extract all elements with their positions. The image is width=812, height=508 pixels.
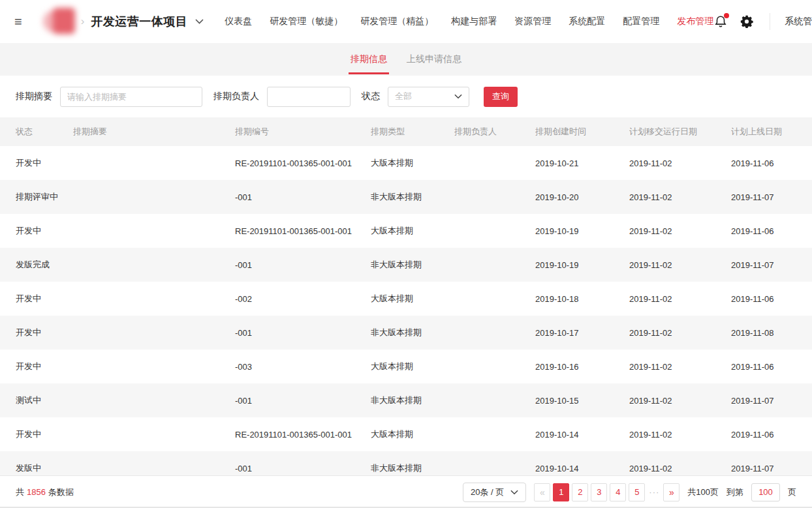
page-button-4[interactable]: 4	[610, 483, 626, 501]
cell-type: 非大版本排期	[371, 191, 454, 203]
breadcrumb-arrow-icon: ›	[81, 15, 85, 28]
table-row[interactable]: 排期评审中 -001 非大版本排期 2019-10-20 2019-11-02 …	[0, 180, 812, 214]
pagination-bar: 共1856条数据 20条 / 页 « 12345 ··· » 共100页 到第 …	[0, 475, 812, 508]
app-logo	[43, 7, 77, 37]
logo-shape	[53, 8, 75, 34]
cell-type: 大版本排期	[371, 428, 454, 440]
table-row[interactable]: 开发中 RE-20191101-001365-001-001 大版本排期 201…	[0, 146, 812, 180]
prev-page-button[interactable]: «	[534, 483, 550, 501]
cell-code: -002	[235, 294, 371, 304]
nav-item-rd-agile[interactable]: 研发管理（敏捷）	[270, 16, 343, 27]
cell-code: -001	[235, 192, 371, 202]
page-button-5[interactable]: 5	[629, 483, 645, 501]
col-header-type: 排期类型	[371, 126, 454, 138]
table-row[interactable]: 开发中 -003 大版本排期 2019-10-16 2019-11-02 201…	[0, 350, 812, 383]
cell-code: RE-20191101-001365-001-001	[235, 158, 371, 168]
table-row[interactable]: 发版中 -001 非大版本排期 2019-10-14 2019-11-02 20…	[0, 451, 812, 475]
nav-item-config-mgmt[interactable]: 配置管理	[623, 16, 659, 27]
cell-status: 开发中	[16, 361, 73, 372]
status-filter-select[interactable]: 全部	[388, 87, 469, 107]
nav-item-release-mgmt[interactable]: 发布管理	[677, 16, 713, 27]
table-row[interactable]: 开发中 RE-20191101-001365-001-001 大版本排期 201…	[0, 417, 812, 451]
main-nav: 仪表盘 研发管理（敏捷） 研发管理（精益） 构建与部署 资源管理 系统配置 配置…	[225, 16, 713, 27]
page-size-select[interactable]: 20条 / 页	[463, 483, 526, 502]
cell-created-date: 2019-10-17	[535, 328, 629, 338]
cell-status: 开发中	[16, 225, 73, 237]
settings-gear-icon[interactable]	[740, 14, 754, 29]
filter-bar: 排期摘要 排期负责人 状态 全部 查询	[0, 76, 812, 117]
page-button-3[interactable]: 3	[591, 483, 607, 501]
user-name: 系统管理员	[785, 16, 812, 27]
cell-online-date: 2019-11-06	[731, 294, 812, 304]
cell-online-date: 2019-11-07	[731, 260, 812, 270]
cell-handover-date: 2019-11-02	[629, 328, 731, 338]
cell-status: 排期评审中	[16, 191, 73, 203]
cell-code: -001	[235, 396, 371, 406]
goto-page-input[interactable]	[751, 483, 780, 501]
cell-handover-date: 2019-11-02	[629, 192, 731, 202]
table-row[interactable]: 发版完成 -001 非大版本排期 2019-10-19 2019-11-02 2…	[0, 248, 812, 282]
page-button-1[interactable]: 1	[553, 483, 569, 501]
cell-online-date: 2019-11-06	[731, 362, 812, 372]
next-page-button[interactable]: »	[663, 483, 679, 501]
cell-handover-date: 2019-11-02	[629, 226, 731, 236]
page-list: « 12345 ··· »	[534, 483, 679, 501]
cell-type: 非大版本排期	[371, 395, 454, 406]
cell-type: 非大版本排期	[371, 462, 454, 474]
total-count: 1856	[27, 487, 46, 497]
tab-schedule-info[interactable]: 排期信息	[351, 53, 387, 74]
cell-status: 开发中	[16, 157, 73, 169]
table-row[interactable]: 开发中 RE-20191101-001365-001-001 大版本排期 201…	[0, 214, 812, 248]
summary-filter-label: 排期摘要	[16, 91, 52, 102]
cell-created-date: 2019-10-14	[535, 464, 629, 473]
cell-created-date: 2019-10-19	[535, 226, 629, 236]
user-divider	[770, 13, 770, 30]
tab-online-request-info[interactable]: 上线申请信息	[407, 53, 461, 74]
cell-online-date: 2019-11-07	[731, 464, 812, 473]
cell-status: 开发中	[16, 428, 73, 440]
col-header-created: 排期创建时间	[535, 126, 629, 138]
table-row[interactable]: 测试中 -001 非大版本排期 2019-10-15 2019-11-02 20…	[0, 383, 812, 417]
col-header-owner: 排期负责人	[454, 126, 535, 138]
cell-type: 非大版本排期	[371, 259, 454, 271]
cell-status: 发版中	[16, 462, 73, 474]
cell-status: 发版完成	[16, 259, 73, 271]
user-menu[interactable]: 系统管理员	[785, 16, 812, 27]
nav-item-rd-lean[interactable]: 研发管理（精益）	[360, 16, 433, 27]
goto-page-label: 到第	[726, 486, 743, 498]
cell-online-date: 2019-11-07	[731, 192, 812, 202]
nav-item-build-deploy[interactable]: 构建与部署	[451, 16, 497, 27]
notification-bell-icon[interactable]	[713, 14, 728, 29]
cell-created-date: 2019-10-18	[535, 294, 629, 304]
cell-handover-date: 2019-11-02	[629, 362, 731, 372]
pager-area: 20条 / 页 « 12345 ··· » 共100页 到第 页	[463, 483, 796, 502]
cell-online-date: 2019-11-07	[731, 396, 812, 406]
summary-filter-input[interactable]	[60, 87, 202, 107]
owner-filter-label: 排期负责人	[213, 91, 259, 102]
table-row[interactable]: 开发中 -002 大版本排期 2019-10-18 2019-11-02 201…	[0, 282, 812, 316]
nav-item-dashboard[interactable]: 仪表盘	[225, 16, 252, 27]
owner-filter-input[interactable]	[267, 87, 351, 107]
hamburger-menu-icon[interactable]: ≡	[14, 15, 22, 28]
project-title[interactable]: 开发运营一体项目	[91, 14, 187, 29]
nav-item-system-config[interactable]: 系统配置	[569, 16, 605, 27]
page-button-2[interactable]: 2	[572, 483, 588, 501]
chevron-down-icon	[510, 490, 518, 495]
nav-item-resource[interactable]: 资源管理	[514, 16, 551, 27]
chevron-down-icon	[454, 94, 462, 99]
table-row[interactable]: 开发中 -001 非大版本排期 2019-10-17 2019-11-02 20…	[0, 316, 812, 350]
cell-type: 大版本排期	[371, 225, 454, 237]
cell-status: 开发中	[16, 293, 73, 305]
cell-status: 测试中	[16, 395, 73, 406]
col-header-handover-date: 计划移交运行日期	[629, 126, 731, 138]
cell-created-date: 2019-10-20	[535, 192, 629, 202]
cell-online-date: 2019-11-08	[731, 328, 812, 338]
search-button[interactable]: 查询	[484, 87, 518, 107]
status-filter-label: 状态	[362, 91, 380, 102]
cell-created-date: 2019-10-19	[535, 260, 629, 270]
ellipsis-pages: ···	[649, 487, 659, 497]
cell-status: 开发中	[16, 327, 73, 338]
topbar-right: 系统管理员	[713, 13, 812, 30]
col-header-status: 状态	[16, 126, 73, 138]
chevron-down-icon[interactable]	[195, 19, 204, 24]
